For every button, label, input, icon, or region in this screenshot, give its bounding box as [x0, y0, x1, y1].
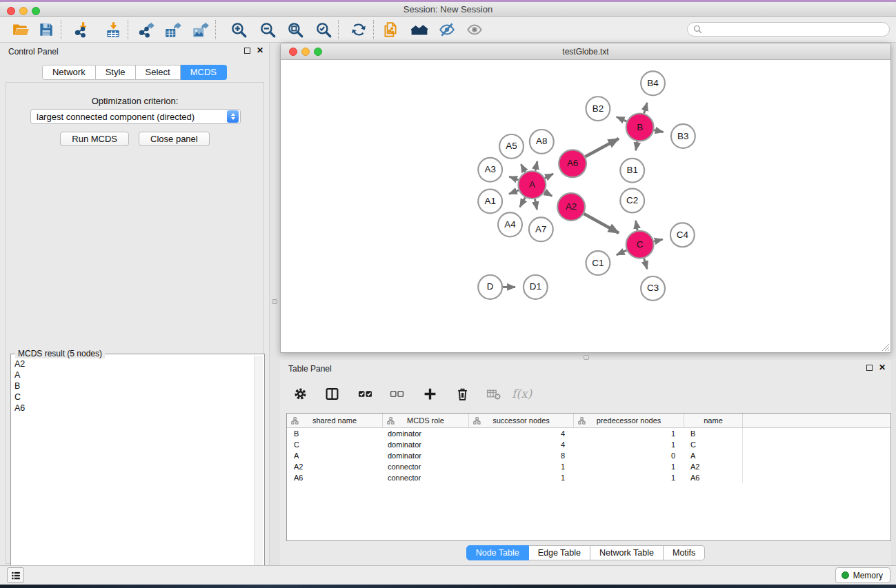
table-cell[interactable]: A2 [684, 461, 742, 472]
table-cell[interactable]: A6 [287, 472, 382, 483]
column-header-MCDS-role[interactable]: MCDS role [382, 414, 468, 427]
table-cell[interactable]: A [287, 450, 382, 461]
table-cell[interactable]: 4 [468, 439, 573, 450]
table-cell[interactable]: 1 [468, 461, 573, 472]
tab-edge-table[interactable]: Edge Table [529, 545, 590, 560]
column-header-predecessor-nodes[interactable]: predecessor nodes [573, 414, 684, 427]
graph-node-C2[interactable]: C2 [620, 189, 644, 213]
graph-edge-A-A7[interactable] [535, 199, 537, 210]
result-scrollbar[interactable] [254, 356, 263, 588]
memory-button[interactable]: Memory [835, 567, 890, 583]
graph-node-B1[interactable]: B1 [620, 159, 644, 183]
show-eye-icon[interactable] [463, 19, 486, 41]
zoom-in-icon[interactable] [227, 19, 250, 41]
delete-table-icon[interactable] [484, 385, 502, 403]
hide-eye-icon[interactable] [435, 19, 459, 41]
mcds-result-item[interactable]: A [14, 369, 253, 381]
table-cell[interactable]: 1 [573, 461, 684, 472]
table-cell[interactable]: connector [382, 461, 468, 472]
table-row-A6[interactable]: A6connector11A6 [287, 472, 890, 483]
table-cell[interactable]: dominator [382, 450, 468, 461]
table-cell[interactable]: dominator [382, 428, 468, 439]
divider-grip[interactable] [272, 299, 277, 304]
graph-edge-C-C4[interactable] [654, 239, 663, 241]
graph-node-A[interactable]: A [518, 171, 546, 199]
graph-node-C[interactable]: C [626, 231, 654, 258]
save-floppy-icon[interactable] [34, 19, 58, 41]
table-row-B[interactable]: Bdominator41B [287, 428, 890, 439]
add-column-icon[interactable] [421, 385, 439, 403]
graph-edge-A-A5[interactable] [521, 164, 525, 172]
column-header-successor-nodes[interactable]: successor nodes [468, 414, 573, 427]
function-builder-icon[interactable]: f(x) [512, 387, 532, 401]
table-cell[interactable]: C [287, 439, 382, 450]
refresh-view-icon[interactable] [347, 19, 370, 41]
graph-edge-C-C3[interactable] [644, 258, 648, 270]
graph-node-A5[interactable]: A5 [499, 134, 524, 159]
graph-node-D[interactable]: D [478, 275, 502, 299]
graph-edge-A6-B[interactable] [586, 139, 619, 156]
graph-node-A7[interactable]: A7 [529, 217, 553, 241]
mcds-result-item[interactable]: A6 [14, 403, 253, 414]
mcds-result-item[interactable]: A2 [14, 358, 253, 369]
run-mcds-button[interactable]: Run MCDS [60, 132, 129, 146]
float-table-panel-icon[interactable] [866, 365, 873, 371]
table-cell[interactable]: 4 [468, 428, 573, 439]
tab-select[interactable]: Select [136, 65, 181, 80]
table-cell[interactable]: A [684, 450, 742, 461]
graph-edge-A-A1[interactable] [509, 190, 519, 194]
graph-edge-B-B4[interactable] [644, 103, 648, 114]
graph-node-C4[interactable]: C4 [670, 223, 695, 247]
tab-network[interactable]: Network [42, 65, 96, 80]
search-field[interactable] [687, 22, 890, 37]
table-cell[interactable]: A6 [684, 472, 742, 483]
table-cell[interactable]: connector [382, 472, 468, 483]
panel-divider[interactable] [270, 43, 280, 565]
tab-style[interactable]: Style [96, 65, 136, 80]
graph-edge-B-B2[interactable] [617, 117, 627, 122]
table-cell[interactable]: dominator [382, 439, 468, 450]
mcds-result-item[interactable]: C [14, 392, 253, 403]
graph-edge-B-B1[interactable] [636, 141, 637, 150]
table-cell[interactable]: 8 [468, 450, 573, 461]
column-header-shared-name[interactable]: shared name [287, 414, 382, 427]
table-cell[interactable]: 1 [573, 439, 684, 450]
mcds-result-item[interactable]: B [14, 381, 253, 392]
zoom-out-icon[interactable] [256, 19, 279, 41]
tab-network-table[interactable]: Network Table [590, 545, 664, 560]
import-network-icon[interactable] [70, 19, 94, 41]
graph-node-B[interactable]: B [626, 114, 654, 141]
task-list-button[interactable] [7, 567, 24, 583]
graph-edge-A-A8[interactable] [535, 161, 537, 171]
float-panel-icon[interactable] [244, 48, 250, 54]
export-image-icon[interactable] [189, 19, 212, 41]
table-cell[interactable]: C [684, 439, 742, 450]
import-table-icon[interactable] [101, 19, 125, 41]
graph-node-A8[interactable]: A8 [530, 130, 554, 154]
table-cell[interactable]: 1 [573, 472, 684, 483]
graph-edge-A2-C[interactable] [584, 214, 619, 233]
home-layout-icon[interactable] [408, 19, 431, 41]
table-row-C[interactable]: Cdominator41C [287, 439, 890, 450]
tab-motifs[interactable]: Motifs [664, 545, 705, 560]
optimization-criterion-select[interactable]: largest connected component (directed) [30, 109, 241, 124]
graph-node-A1[interactable]: A1 [478, 190, 502, 214]
table-cell[interactable]: 0 [573, 450, 684, 461]
search-input[interactable] [706, 25, 884, 34]
tab-mcds[interactable]: MCDS [181, 65, 227, 80]
resize-grip-icon[interactable] [880, 342, 890, 352]
graph-edge-B-B3[interactable] [654, 130, 663, 132]
table-cell[interactable]: 1 [468, 472, 573, 483]
graph-node-A6[interactable]: A6 [559, 150, 586, 177]
graph-node-C3[interactable]: C3 [641, 276, 665, 301]
settings-gear-icon[interactable] [291, 385, 309, 403]
split-view-icon[interactable] [323, 385, 341, 403]
checked-boxes-icon[interactable] [356, 385, 374, 403]
graph-edge-C-C2[interactable] [636, 221, 637, 230]
table-cell[interactable]: B [287, 428, 382, 439]
graph-node-A3[interactable]: A3 [478, 158, 502, 182]
clone-network-document-icon[interactable] [379, 19, 402, 41]
graph-node-B3[interactable]: B3 [671, 124, 695, 148]
graph-node-A2[interactable]: A2 [557, 193, 585, 221]
column-header-name[interactable]: name [684, 414, 742, 427]
